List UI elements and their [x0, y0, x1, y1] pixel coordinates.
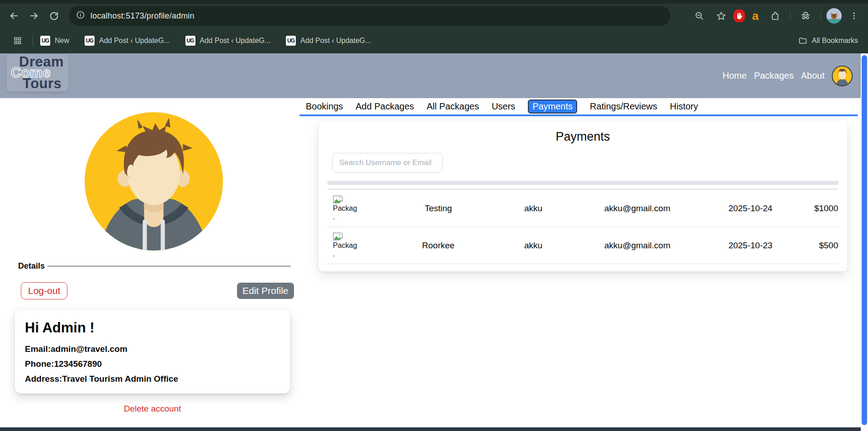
site-nav: Home Packages About: [723, 53, 853, 98]
greeting-text: Hi Admin !: [25, 320, 280, 336]
all-bookmarks-label: All Bookmarks: [812, 37, 858, 45]
tab-ratings-reviews[interactable]: Ratings/Reviews: [590, 101, 657, 112]
url-text[interactable]: localhost:5173/profile/admin: [90, 11, 194, 21]
adblock-extension-icon[interactable]: [733, 9, 745, 22]
tab-add-packages[interactable]: Add Packages: [356, 101, 414, 112]
apps-grid-icon[interactable]: [10, 33, 25, 48]
package-name: Testing: [386, 204, 490, 213]
incognito-icon[interactable]: [796, 6, 815, 25]
details-divider: Details: [18, 261, 291, 271]
extensions-icon[interactable]: [766, 6, 785, 25]
bookmark-label: New: [55, 37, 69, 45]
zoom-icon[interactable]: [690, 6, 709, 25]
header-avatar[interactable]: [832, 66, 853, 86]
profile-info-card: Hi Admin ! Email:admin@travel.com Phone:…: [15, 310, 290, 393]
site-header: Dream Come Tours Home Packages About: [0, 53, 868, 98]
bookmark-item[interactable]: UG Add Post ‹ UpdateG...: [286, 36, 371, 46]
menu-kebab-icon[interactable]: [844, 6, 863, 25]
payment-amount: $500: [802, 241, 838, 251]
reload-icon[interactable]: [44, 6, 63, 25]
bookmark-label: Add Post ‹ UpdateG...: [99, 37, 170, 45]
bookmark-label: Add Post ‹ UpdateG...: [300, 37, 371, 45]
nav-packages[interactable]: Packages: [754, 71, 794, 81]
search-input[interactable]: [332, 153, 443, 173]
logout-button[interactable]: Log-out: [21, 282, 67, 299]
forward-icon[interactable]: [24, 6, 43, 25]
username: akku: [490, 204, 576, 213]
bookmarks-bar: UG New UG Add Post ‹ UpdateG... UG Add P…: [0, 28, 868, 53]
page-scrollbar[interactable]: [861, 53, 868, 431]
address-bar[interactable]: localhost:5173/profile/admin: [69, 6, 670, 26]
window-frame: [0, 0, 868, 4]
broken-image-icon: [333, 232, 343, 241]
package-name: Roorkee: [386, 241, 490, 251]
payment-row: Packag . Testing akku akku@gmail.com 202…: [327, 190, 838, 227]
toolbar-separator: [821, 10, 821, 21]
address-line: Address:Travel Tourism Admin Office: [25, 371, 280, 386]
payment-row: Packag . Roorkee akku akku@gmail.com 202…: [327, 227, 838, 264]
payments-panel: Payments Packag . Testing akku akku@gmai…: [318, 122, 847, 271]
phone-line: Phone:1234567890: [25, 356, 280, 371]
amazon-extension-icon[interactable]: a: [748, 6, 763, 25]
toolbar-separator: [790, 10, 791, 21]
package-image-broken: Packag .: [327, 232, 386, 258]
bookmark-label: Add Post ‹ UpdateG...: [200, 37, 271, 45]
bookmarks-separator: [33, 35, 33, 46]
tab-bookings[interactable]: Bookings: [306, 101, 343, 112]
all-bookmarks-button[interactable]: All Bookmarks: [798, 36, 858, 45]
edit-profile-button[interactable]: Edit Profile: [237, 283, 294, 299]
browser-chrome: localhost:5173/profile/admin a: [0, 0, 868, 53]
bookmark-item[interactable]: UG Add Post ‹ UpdateG...: [185, 36, 271, 46]
folder-icon: [798, 36, 807, 45]
broken-image-icon: [333, 195, 343, 204]
bookmark-favicon: UG: [286, 36, 296, 46]
tabs-underline: [299, 114, 858, 116]
package-image-broken: Packag .: [327, 195, 386, 221]
page-footer-strip: [0, 427, 868, 431]
bookmark-favicon: UG: [85, 36, 95, 46]
site-info-icon[interactable]: [76, 10, 85, 21]
nav-about[interactable]: About: [801, 71, 825, 81]
tab-payments[interactable]: Payments: [528, 99, 577, 114]
payments-title: Payments: [327, 130, 838, 144]
payment-amount: $1000: [802, 204, 838, 213]
bookmark-favicon: UG: [185, 36, 195, 46]
payment-date: 2025-10-23: [698, 241, 802, 251]
logo-line-3: Tours: [23, 78, 64, 90]
admin-tabs: Bookings Add Packages All Packages Users…: [306, 101, 698, 112]
tab-history[interactable]: History: [670, 101, 698, 112]
bookmark-star-icon[interactable]: [711, 6, 730, 25]
payment-date: 2025-10-24: [698, 204, 802, 213]
profile-avatar-image: [85, 112, 223, 251]
bookmark-item[interactable]: UG Add Post ‹ UpdateG...: [85, 36, 170, 46]
delete-account-link[interactable]: Delete account: [15, 404, 290, 414]
bookmark-item[interactable]: UG New: [40, 36, 69, 46]
table-header-strip: [327, 181, 838, 185]
email: akku@gmail.com: [576, 241, 698, 251]
email-line: Email:admin@travel.com: [25, 341, 280, 356]
username: akku: [490, 241, 576, 251]
tab-users[interactable]: Users: [492, 101, 515, 112]
details-label: Details: [18, 261, 45, 271]
browser-toolbar: localhost:5173/profile/admin a: [0, 4, 868, 28]
tab-all-packages[interactable]: All Packages: [427, 101, 479, 112]
nav-home[interactable]: Home: [723, 71, 747, 81]
browser-avatar[interactable]: [826, 8, 842, 24]
back-icon[interactable]: [5, 6, 24, 25]
scrollbar-thumb[interactable]: [862, 55, 867, 425]
site-logo: Dream Come Tours: [6, 54, 68, 91]
email: akku@gmail.com: [576, 204, 698, 213]
bookmark-favicon: UG: [40, 36, 50, 46]
toolbar-actions: a: [690, 6, 863, 25]
